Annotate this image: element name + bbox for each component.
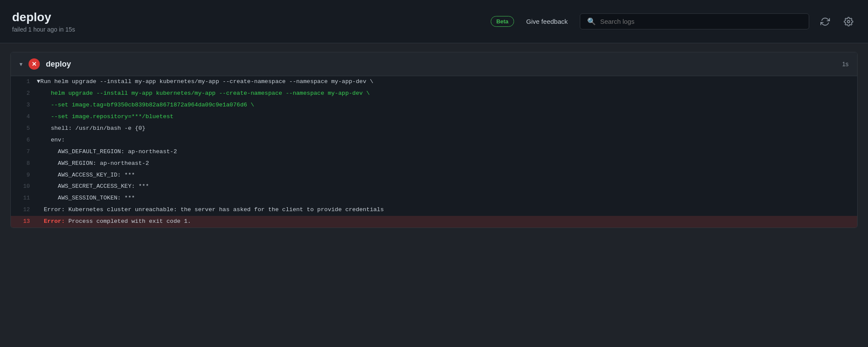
log-line: 2 helm upgrade --install my-app kubernet… <box>11 88 857 100</box>
line-content: AWS_DEFAULT_REGION: ap-northeast-2 <box>37 147 857 157</box>
chevron-down-icon[interactable]: ▾ <box>19 61 23 67</box>
log-line: 6 env: <box>11 135 857 146</box>
line-content: env: <box>37 135 857 145</box>
line-number: 13 <box>11 217 37 226</box>
line-number: 1 <box>11 77 37 87</box>
line-content: helm upgrade --install my-app kubernetes… <box>37 89 857 99</box>
line-content: ▼Run helm upgrade --install my-app kuber… <box>37 77 857 87</box>
line-number: 9 <box>11 170 37 180</box>
line-number: 3 <box>11 100 37 110</box>
line-content: shell: /usr/bin/bash -e {0} <box>37 124 857 134</box>
search-logs-container: 🔍 <box>580 13 809 29</box>
search-logs-input[interactable] <box>600 18 802 25</box>
search-icon: 🔍 <box>587 17 596 26</box>
line-number: 2 <box>11 89 37 98</box>
log-line: 9 AWS_ACCESS_KEY_ID: *** <box>11 170 857 181</box>
line-number: 5 <box>11 124 37 133</box>
fail-icon: ✕ <box>29 58 40 70</box>
settings-button[interactable] <box>841 14 856 29</box>
log-line: 1 ▼Run helm upgrade --install my-app kub… <box>11 76 857 88</box>
page-title: deploy <box>12 10 75 24</box>
line-number: 8 <box>11 159 37 168</box>
job-header: ▾ ✕ deploy 1s <box>11 52 857 76</box>
job-section: ▾ ✕ deploy 1s 1 ▼Run helm upgrade --inst… <box>10 52 858 228</box>
line-content: Error: Process completed with exit code … <box>37 217 857 227</box>
log-line: 4 --set image.repository=***/bluetest <box>11 111 857 123</box>
header-left: deploy failed 1 hour ago in 15s <box>12 10 75 33</box>
gear-icon <box>844 17 853 26</box>
line-content: AWS_ACCESS_KEY_ID: *** <box>37 170 857 180</box>
line-number: 7 <box>11 147 37 157</box>
line-content: AWS_REGION: ap-northeast-2 <box>37 159 857 169</box>
log-line: 7 AWS_DEFAULT_REGION: ap-northeast-2 <box>11 146 857 158</box>
refresh-button[interactable] <box>818 14 833 29</box>
give-feedback-button[interactable]: Give feedback <box>523 15 571 28</box>
line-content: --set image.repository=***/bluetest <box>37 112 857 122</box>
log-line: 8 AWS_REGION: ap-northeast-2 <box>11 158 857 170</box>
page-header: deploy failed 1 hour ago in 15s Beta Giv… <box>0 0 868 43</box>
line-number: 11 <box>11 193 37 203</box>
log-line: 12 Error: Kubernetes cluster unreachable… <box>11 204 857 216</box>
line-content: AWS_SECRET_ACCESS_KEY: *** <box>37 182 857 192</box>
log-content: 1 ▼Run helm upgrade --install my-app kub… <box>11 76 857 228</box>
job-duration: 1s <box>842 61 849 67</box>
line-content: Error: Kubernetes cluster unreachable: t… <box>37 205 857 215</box>
job-name: deploy <box>46 60 836 69</box>
log-line: 5 shell: /usr/bin/bash -e {0} <box>11 123 857 135</box>
line-number: 6 <box>11 135 37 145</box>
line-content: --set image.tag=bf9350cb839b82a8671872a9… <box>37 100 857 110</box>
log-line: 3 --set image.tag=bf9350cb839b82a8671872… <box>11 100 857 111</box>
beta-badge: Beta <box>491 16 514 27</box>
svg-point-0 <box>847 20 850 23</box>
header-right: Beta Give feedback 🔍 <box>491 13 856 29</box>
line-number: 4 <box>11 112 37 122</box>
line-number: 10 <box>11 182 37 191</box>
log-line-error: 13 Error: Process completed with exit co… <box>11 216 857 228</box>
log-line: 11 AWS_SESSION_TOKEN: *** <box>11 193 857 204</box>
line-content: AWS_SESSION_TOKEN: *** <box>37 193 857 203</box>
line-number: 12 <box>11 205 37 215</box>
log-line: 10 AWS_SECRET_ACCESS_KEY: *** <box>11 181 857 193</box>
page-subtitle: failed 1 hour ago in 15s <box>12 26 75 33</box>
refresh-icon <box>820 17 830 26</box>
